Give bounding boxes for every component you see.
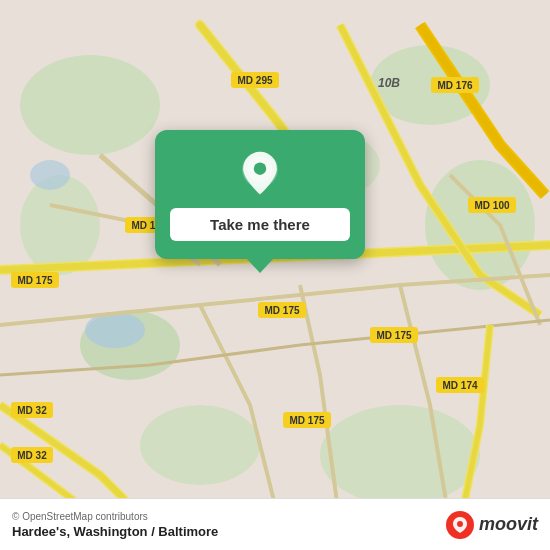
svg-point-7 — [140, 405, 260, 485]
svg-point-36 — [254, 162, 266, 174]
svg-text:MD 295: MD 295 — [237, 75, 272, 86]
svg-text:10B: 10B — [378, 76, 400, 90]
moovit-brand-text: moovit — [479, 514, 538, 535]
svg-text:MD 176: MD 176 — [437, 80, 472, 91]
moovit-logo: moovit — [446, 511, 538, 539]
popup-card: Take me there — [155, 130, 365, 259]
svg-point-10 — [30, 160, 70, 190]
svg-point-4 — [320, 405, 480, 505]
svg-text:MD 100: MD 100 — [474, 200, 509, 211]
take-me-there-button[interactable]: Take me there — [170, 208, 350, 241]
svg-point-38 — [457, 521, 463, 527]
svg-text:MD 32: MD 32 — [17, 405, 47, 416]
location-label: Hardee's, Washington / Baltimore — [12, 524, 218, 539]
location-pin-icon — [236, 150, 284, 198]
attribution-text: © OpenStreetMap contributors — [12, 511, 218, 522]
svg-point-6 — [20, 175, 100, 275]
bottom-bar: © OpenStreetMap contributors Hardee's, W… — [0, 498, 550, 550]
svg-text:MD 32: MD 32 — [17, 450, 47, 461]
svg-text:MD 175: MD 175 — [289, 415, 324, 426]
bottom-left-info: © OpenStreetMap contributors Hardee's, W… — [12, 511, 218, 539]
map-container: MD 175 MD 175 MD 175 MD 175 MD 295 MD 17… — [0, 0, 550, 550]
svg-text:MD 174: MD 174 — [442, 380, 477, 391]
moovit-icon — [446, 511, 474, 539]
svg-text:MD 175: MD 175 — [376, 330, 411, 341]
svg-text:MD 175: MD 175 — [264, 305, 299, 316]
svg-text:MD 175: MD 175 — [17, 275, 52, 286]
svg-point-1 — [20, 55, 160, 155]
